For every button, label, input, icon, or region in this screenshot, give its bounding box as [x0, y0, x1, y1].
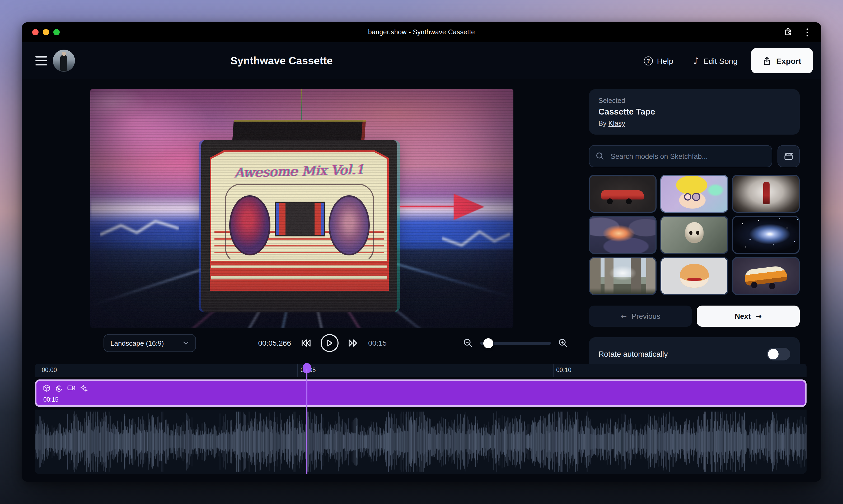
zoom-slider-knob[interactable]	[483, 338, 493, 348]
search-input[interactable]	[609, 152, 765, 161]
red-arrow	[454, 194, 484, 220]
audio-waveform[interactable]	[35, 410, 807, 474]
timeline-ruler[interactable]: 00:00 00:05 00:10	[35, 364, 807, 377]
extensions-puzzle-icon[interactable]	[782, 26, 794, 38]
previous-page-button[interactable]: ← Previous	[589, 306, 692, 327]
selected-model-byline: By Klasy	[599, 119, 790, 127]
user-avatar[interactable]	[53, 50, 75, 72]
ruler-label: 00:10	[556, 367, 571, 373]
selected-heading: Selected	[599, 96, 790, 105]
chevron-down-icon	[183, 341, 189, 345]
model-thumbnail[interactable]	[589, 257, 657, 295]
cassette-left-reel	[229, 195, 271, 255]
model-thumbnail[interactable]	[660, 257, 728, 295]
play-button[interactable]	[321, 334, 339, 352]
ruler-label: 00:00	[42, 367, 57, 373]
main-menu-button[interactable]	[35, 56, 47, 66]
app-header: Synthwave Cassette ? Help ♪ Edit Song	[22, 42, 821, 79]
model-thumbnail[interactable]	[660, 216, 728, 254]
traffic-lights	[32, 29, 60, 35]
model-search-field[interactable]	[589, 145, 772, 167]
arrow-left-icon: ←	[621, 312, 627, 320]
transport-controls: 00:05.266 00:15	[254, 334, 386, 352]
window-title: banger.show - Synthwave Cassette	[22, 29, 821, 36]
desktop-wallpaper: banger.show - Synthwave Cassette Synthwa…	[0, 0, 843, 504]
edit-song-button[interactable]: ♪ Edit Song	[687, 52, 744, 69]
model-thumbnail[interactable]	[732, 257, 800, 295]
cassette-tape-model[interactable]: Awesome Mix Vol.1	[201, 140, 397, 312]
model-thumbnail[interactable]	[589, 216, 657, 254]
clip-duration-label: 00:15	[43, 396, 58, 403]
sparkles-icon	[80, 384, 88, 392]
rotate-label: Rotate automatically	[599, 350, 668, 358]
export-label: Export	[776, 56, 801, 65]
timeline-zoom-controls	[463, 334, 568, 352]
rotate-setting-row: Rotate automatically	[589, 337, 800, 364]
video-preview[interactable]: Awesome Mix Vol.1	[90, 89, 513, 328]
model-thumbnail[interactable]	[589, 175, 657, 213]
next-page-button[interactable]: Next →	[697, 306, 800, 327]
close-window-button[interactable]	[32, 29, 38, 35]
help-label: Help	[657, 56, 673, 65]
fast-forward-button[interactable]	[348, 339, 359, 347]
zoom-in-icon[interactable]	[558, 338, 568, 348]
model-thumbnail[interactable]	[732, 216, 800, 254]
aspect-ratio-select[interactable]: Landscape (16:9)	[104, 334, 196, 352]
zoom-slider[interactable]	[480, 342, 551, 344]
model-results-grid	[589, 175, 800, 295]
selected-model-card: Selected Cassette Tape By Klasy	[589, 89, 800, 134]
cassette-right-reel	[329, 195, 370, 255]
cassette-label-text: Awesome Mix Vol.1	[211, 161, 387, 181]
clapperboard-button[interactable]	[777, 145, 800, 167]
cassette-head-window	[275, 202, 325, 236]
author-link[interactable]: Klasy	[608, 119, 625, 127]
current-time: 00:05.266	[254, 339, 291, 347]
browser-titlebar: banger.show - Synthwave Cassette	[22, 22, 821, 42]
search-icon	[596, 152, 604, 160]
export-button[interactable]: Export	[751, 48, 813, 73]
cassette-label: Awesome Mix Vol.1	[211, 152, 387, 289]
edit-song-label: Edit Song	[703, 56, 738, 65]
playhead-handle[interactable]	[303, 363, 311, 373]
rewind-button[interactable]	[300, 339, 311, 347]
music-note-icon: ♪	[693, 56, 699, 65]
minimize-window-button[interactable]	[43, 29, 49, 35]
rotate-toggle[interactable]	[767, 348, 790, 360]
selected-model-name: Cassette Tape	[599, 107, 790, 116]
total-duration: 00:15	[368, 339, 386, 347]
aspect-ratio-value: Landscape (16:9)	[110, 339, 164, 347]
video-clip[interactable]: 00:15	[35, 379, 807, 407]
zoom-out-icon[interactable]	[463, 338, 473, 348]
help-button[interactable]: ? Help	[637, 52, 679, 69]
zoom-window-button[interactable]	[53, 29, 60, 35]
3d-cube-icon	[43, 384, 51, 392]
model-sidebar: Selected Cassette Tape By Klasy	[589, 79, 800, 364]
app-window: banger.show - Synthwave Cassette Synthwa…	[22, 22, 821, 482]
browser-menu-icon[interactable]	[801, 26, 813, 38]
model-thumbnail[interactable]	[732, 175, 800, 213]
model-thumbnail[interactable]	[660, 175, 728, 213]
help-question-icon: ?	[643, 56, 653, 65]
video-camera-icon	[67, 384, 75, 392]
timeline: 00:00 00:05 00:10	[35, 364, 807, 474]
arrow-right-icon: →	[756, 312, 762, 320]
clapperboard-icon	[784, 151, 793, 161]
clip-icons	[43, 384, 88, 392]
export-upload-icon	[763, 56, 771, 65]
spiral-icon	[55, 384, 63, 392]
